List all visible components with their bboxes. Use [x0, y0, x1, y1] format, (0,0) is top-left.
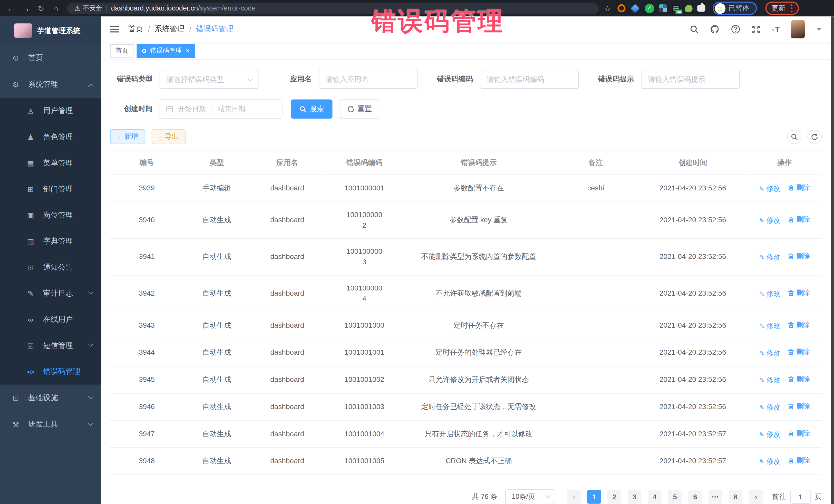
extensions-puzzle-icon[interactable]	[697, 5, 705, 12]
page-button-3[interactable]: 3	[628, 490, 641, 504]
edit-link[interactable]: ✎修改	[759, 321, 781, 331]
more-pages-button[interactable]: •••	[708, 490, 722, 504]
app-name-field[interactable]	[319, 70, 418, 89]
sidebar-item-audit-log[interactable]: ✎ 审计日志	[0, 280, 101, 306]
edit-link[interactable]: ✎修改	[759, 183, 781, 194]
delete-link[interactable]: 删除	[788, 347, 810, 357]
sidebar-item-roles[interactable]: ♟ 角色管理	[0, 124, 101, 150]
prev-page-button[interactable]: ‹	[567, 490, 581, 504]
page-button-5[interactable]: 5	[668, 490, 682, 504]
goto-page-input[interactable]	[790, 490, 811, 504]
trash-icon	[788, 430, 794, 437]
close-tab-icon[interactable]: ×	[185, 47, 190, 54]
kebab-menu-icon[interactable]	[791, 7, 792, 9]
error-type-input[interactable]	[167, 75, 243, 83]
page-button-6[interactable]: 6	[688, 490, 702, 504]
forward-icon[interactable]: →	[19, 1, 33, 15]
browser-scrollbar[interactable]	[831, 17, 834, 504]
reload-icon[interactable]: ↻	[34, 1, 48, 15]
sidebar-item-posts[interactable]: ▣ 岗位管理	[0, 202, 101, 228]
page-size-select[interactable]: 10条/页	[505, 489, 555, 504]
filter-error-hint: 错误码提示	[592, 70, 740, 89]
edit-link[interactable]: ✎修改	[759, 456, 781, 467]
app-logo[interactable]: 芋道管理系统	[0, 17, 101, 45]
page-button-4[interactable]: 4	[648, 490, 662, 504]
start-date-placeholder[interactable]: 开始日期	[178, 104, 206, 114]
goto-page: 前往 页	[772, 490, 822, 504]
sidebar-item-error-code[interactable]: </> 错误码管理	[0, 358, 101, 385]
search-icon[interactable]	[690, 25, 699, 34]
profile-paused-chip[interactable]: ☺ 已暂停	[712, 2, 757, 15]
sidebar-collapse-icon[interactable]	[110, 26, 119, 33]
breadcrumb-home[interactable]: 首页	[128, 25, 143, 34]
delete-link[interactable]: 删除	[788, 428, 810, 439]
sidebar-item-online-users[interactable]: ∞ 在线用户	[0, 306, 101, 333]
extension-v-icon[interactable]: ✓	[644, 3, 654, 13]
sidebar-item-users[interactable]: ♙ 用户管理	[0, 98, 101, 124]
avatar[interactable]	[791, 21, 805, 39]
help-icon[interactable]	[731, 25, 740, 34]
extension-spy-icon[interactable]	[685, 5, 692, 12]
sidebar-item-dictionary[interactable]: ▥ 字典管理	[0, 228, 101, 254]
edit-link[interactable]: ✎修改	[759, 348, 781, 358]
search-button[interactable]: 搜索	[291, 100, 333, 119]
error-hint-field[interactable]	[641, 70, 740, 89]
breadcrumb-system[interactable]: 系统管理	[155, 25, 184, 34]
sidebar-item-dev-tools[interactable]: ⚒ 研发工具	[0, 411, 101, 438]
extension-orange-icon[interactable]	[617, 4, 625, 12]
sidebar-item-infrastructure[interactable]: ⊡ 基础设施	[0, 385, 101, 411]
delete-link[interactable]: 删除	[788, 182, 810, 193]
error-hint-input[interactable]	[648, 75, 724, 83]
fullscreen-icon[interactable]	[752, 25, 761, 34]
delete-link[interactable]: 删除	[788, 320, 810, 330]
not-secure-warning[interactable]: ⚠不安全	[74, 4, 102, 13]
refresh-table-button[interactable]	[807, 130, 822, 144]
page-button-2[interactable]: 2	[608, 490, 621, 504]
sidebar-item-sms[interactable]: ☑ 短信管理	[0, 332, 101, 358]
error-code-input[interactable]	[487, 75, 563, 83]
extension-grid-icon[interactable]	[659, 4, 667, 12]
sidebar-item-home[interactable]: ⊙ 首页	[0, 45, 101, 71]
page-button-8[interactable]: 8	[729, 490, 743, 504]
error-code-field[interactable]	[480, 70, 579, 89]
delete-link[interactable]: 删除	[788, 288, 810, 298]
edit-link[interactable]: ✎修改	[759, 252, 781, 263]
delete-link[interactable]: 删除	[788, 251, 810, 262]
edit-link[interactable]: ✎修改	[759, 429, 781, 440]
add-button[interactable]: + 新增	[110, 129, 145, 144]
back-icon[interactable]: ←	[4, 1, 18, 15]
dashboard-icon: ⊙	[11, 53, 20, 62]
page-button-1[interactable]: 1	[587, 490, 601, 504]
sidebar-item-notice[interactable]: ✉ 通知公告	[0, 254, 101, 281]
end-date-placeholder[interactable]: 结束日期	[218, 104, 245, 114]
reset-button[interactable]: 重置	[340, 100, 379, 119]
tab-home[interactable]: 首页	[110, 44, 133, 58]
delete-link[interactable]: 删除	[788, 214, 810, 225]
home-icon[interactable]: ⌂	[49, 1, 63, 15]
edit-link[interactable]: ✎修改	[759, 289, 781, 299]
app-name-input[interactable]	[325, 75, 402, 83]
address-bar[interactable]: ⚠不安全 dashboard.yudao.iocoder.cn/system/e…	[67, 2, 599, 14]
show-search-toggle-button[interactable]	[787, 130, 802, 144]
edit-link[interactable]: ✎修改	[759, 375, 781, 386]
delete-link[interactable]: 删除	[788, 374, 810, 385]
sidebar-item-menus[interactable]: ▤ 菜单管理	[0, 150, 101, 176]
extension-gem-icon[interactable]	[630, 3, 639, 13]
bookmark-star-icon[interactable]: ☆	[604, 4, 611, 13]
edit-link[interactable]: ✎修改	[759, 402, 781, 413]
sidebar-item-system[interactable]: ⚙ 系统管理	[0, 71, 101, 98]
edit-link[interactable]: ✎修改	[759, 215, 781, 226]
avatar-caret-icon[interactable]	[817, 28, 821, 31]
delete-link[interactable]: 删除	[788, 455, 810, 466]
extension-list-icon[interactable]: on	[672, 5, 680, 12]
font-size-icon[interactable]: тT	[772, 25, 780, 34]
export-button[interactable]: ↓ 导出	[151, 129, 185, 144]
github-icon[interactable]	[710, 25, 720, 34]
sidebar-item-departments[interactable]: ⊞ 部门管理	[0, 176, 101, 202]
delete-link[interactable]: 删除	[788, 401, 810, 412]
error-type-select[interactable]	[160, 70, 259, 89]
create-time-range-picker[interactable]: 开始日期 - 结束日期	[160, 100, 283, 119]
browser-update-button[interactable]: 更新	[765, 2, 799, 15]
next-page-button[interactable]: ›	[749, 490, 763, 504]
tab-error-code[interactable]: 错误码管理 ×	[137, 44, 195, 58]
